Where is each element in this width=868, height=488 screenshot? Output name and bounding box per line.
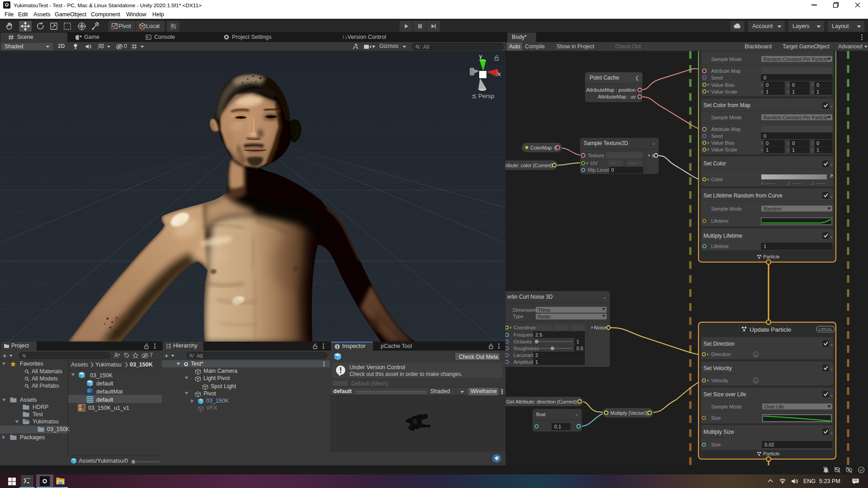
svg-text:0: 0 [792,141,795,146]
svg-text:z: z [811,147,814,152]
svg-text:Value Scale: Value Scale [711,147,737,152]
svg-text:0: 0 [816,141,819,146]
svg-text:Color: Color [711,177,723,182]
svg-text:y: y [787,147,789,152]
svg-text:1: 1 [766,89,769,94]
svg-text:y: y [787,141,789,145]
svg-text:Direction: Direction [711,352,731,357]
svg-text:1: 1 [764,244,766,249]
svg-text:1: 1 [792,89,795,94]
svg-text:Noise: Noise [594,325,607,330]
svg-text:⌄: ⌄ [575,411,579,417]
svg-text:0: 0 [792,82,795,88]
svg-text:ttribute: color (Current): ttribute: color (Current) [505,163,553,168]
svg-text:——: —— [792,181,801,186]
svg-text:1: 1 [766,147,769,153]
svg-text:—: — [611,160,616,165]
svg-text:x: x [761,181,764,186]
svg-text:⪯ Persp: ⪯ Persp [472,93,494,99]
svg-text:Value Bias: Value Bias [711,82,735,88]
svg-text:Set Size over Life: Set Size over Life [703,391,746,398]
svg-text:x: x [498,70,501,77]
svg-text:Update Particle: Update Particle [750,326,791,333]
svg-text:Multiply Lifetime: Multiply Lifetime [703,233,742,239]
svg-text:Dimensions: Dimensions [513,307,539,313]
svg-text:Coordinate: Coordinate [514,325,538,330]
svg-text:⌄: ⌄ [830,341,834,347]
svg-text:——: —— [766,181,775,186]
svg-text:Velocity: Velocity [711,378,728,383]
svg-text:Lifetime: Lifetime [711,218,729,224]
svg-text:Mip Level: Mip Level [588,167,609,173]
svg-text:❮: ❮ [635,75,639,81]
svg-text:Set Velocity: Set Velocity [703,365,732,371]
svg-text:0.1: 0.1 [554,424,561,429]
svg-text:Attribute Map: Attribute Map [711,68,741,74]
svg-text:z: z [811,82,814,87]
svg-text:1: 1 [816,89,819,94]
svg-text:1: 1 [535,359,538,365]
svg-text:Seed: Seed [711,133,723,139]
svg-text:Size: Size [711,415,721,421]
svg-text:⌄: ⌄ [830,193,834,198]
svg-text:0: 0 [764,133,766,139]
svg-text:Random Constant Per Particle: Random Constant Per Particle [764,56,828,62]
svg-text:Random: Random [764,206,782,211]
svg-text:z: z [811,141,814,145]
svg-text:y: y [787,82,789,87]
svg-text:Particle: Particle [763,254,780,259]
svg-text:0: 0 [816,82,819,88]
svg-text:⌄: ⌄ [830,429,834,435]
svg-text:x: x [761,89,763,94]
svg-text:Octaves: Octaves [514,339,532,344]
svg-text:Seed: Seed [711,75,723,80]
svg-text:y: y [479,53,482,60]
svg-text:Value Scale: Value Scale [711,89,737,94]
svg-text:AttributeMap : uv: AttributeMap : uv [598,94,636,99]
svg-text:L: L [755,379,757,383]
svg-text:Point Cache: Point Cache [590,75,619,81]
svg-text:ColorMap: ColorMap [530,145,552,150]
svg-text:0.5: 0.5 [576,346,583,351]
svg-text:——: —— [816,181,826,186]
svg-text:0: 0 [611,167,614,173]
svg-text:1: 1 [576,339,579,344]
svg-text:Attribute Map: Attribute Map [711,127,741,132]
svg-text:⌄: ⌄ [830,161,834,166]
svg-text:x: x [761,141,763,145]
svg-text:Set Color from Map: Set Color from Map [703,102,750,108]
svg-text:2.5: 2.5 [535,332,542,338]
svg-text:0.02: 0.02 [764,442,774,447]
svg-text:z: z [811,89,814,94]
svg-text:—: — [630,160,634,165]
svg-text:Set Direction: Set Direction [703,341,735,347]
svg-text:0: 0 [764,75,766,80]
svg-text:y: y [787,89,789,94]
svg-text:Lifetime: Lifetime [711,244,729,249]
svg-text:Type: Type [513,314,524,319]
svg-text:y: y [788,181,790,186]
svg-text:Sample Texture2D: Sample Texture2D [584,140,628,146]
svg-text:Sample Mode: Sample Mode [711,56,742,62]
svg-text:UV: UV [590,160,598,166]
svg-text:Value Bias: Value Bias [711,140,735,145]
svg-text:0: 0 [766,141,769,146]
svg-text:1: 1 [816,147,819,153]
svg-text:2: 2 [535,352,538,358]
svg-text:AttributeMap : position: AttributeMap : position [586,87,636,93]
svg-text:L: L [755,353,757,357]
svg-text:Three: Three [538,307,551,313]
svg-text:Over Life: Over Life [764,404,784,409]
svg-text:⌄: ⌄ [830,103,834,108]
svg-text:Set Color: Set Color [703,160,726,167]
svg-text:Size: Size [711,442,721,447]
svg-text:z: z [812,181,814,186]
svg-text:1: 1 [792,147,795,153]
svg-text:Perlin: Perlin [538,314,550,319]
svg-text:float: float [536,412,546,417]
svg-text:Set Lifetime Random from Curve: Set Lifetime Random from Curve [703,192,783,199]
svg-text:x: x [761,82,763,87]
svg-text:⌄: ⌄ [603,294,607,300]
svg-text:Sample Mode: Sample Mode [711,206,742,211]
svg-text:⌄: ⌄ [651,140,656,145]
